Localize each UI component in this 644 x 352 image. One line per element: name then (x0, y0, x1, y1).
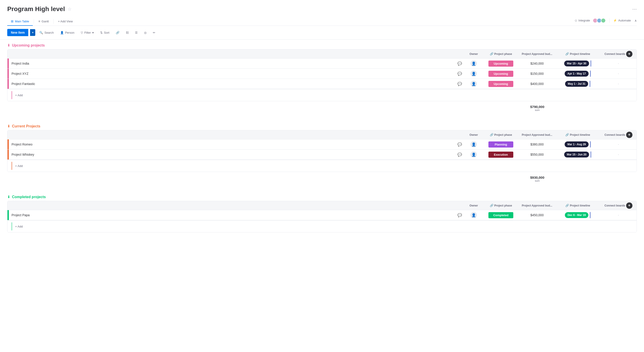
table-icon: ⊞ (11, 19, 14, 23)
comment-icon[interactable]: 💬 (458, 152, 462, 157)
col-header-budget: Project Approved bud... (519, 52, 555, 55)
timeline-badge: May 1 - Jul 31 (565, 81, 588, 87)
sort-icon: ⇅ (100, 31, 103, 34)
person-icon: 👤 (60, 31, 64, 34)
unlink-button[interactable]: ⛓ (124, 29, 131, 36)
col-header-timeline: 🔗 Project timeline (555, 52, 600, 55)
row-owner[interactable]: 👤 (465, 60, 483, 67)
group-header-completed: ⬇ Completed projects (7, 191, 637, 201)
list-button[interactable]: ☰ (133, 29, 140, 36)
col-header-timeline: 🔗 Project timeline (555, 204, 600, 207)
row-phase[interactable]: Completed (483, 211, 519, 219)
timeline-bar (590, 70, 591, 77)
sort-button[interactable]: ⇅ Sort (98, 29, 112, 36)
row-phase[interactable]: Upcoming (483, 70, 519, 78)
link-button[interactable]: 🔗 (114, 29, 122, 36)
row-budget: $400,000 (519, 82, 555, 86)
table-current: Owner 🔗 Project phase Project Approved b… (7, 130, 637, 172)
phase-badge: Upcoming (488, 81, 513, 87)
comment-icon[interactable]: 💬 (458, 72, 462, 76)
group-current: ⬇ Current Projects Owner 🔗 Project phase… (7, 120, 637, 186)
new-item-dropdown-button[interactable]: ▾ (30, 29, 35, 36)
col-header-budget: Project Approved bud... (519, 204, 555, 207)
sum-value-upcoming: $790,000 (523, 105, 552, 109)
phase-badge: Execution (488, 152, 513, 158)
automate-button[interactable]: ⚡ Automate (613, 19, 631, 22)
row-budget: $380,000 (519, 143, 555, 146)
tab-gantt-label: Gantt (42, 20, 49, 23)
row-owner[interactable]: 👤 (465, 151, 483, 158)
more-options-icon[interactable]: ⋯ (632, 6, 637, 12)
add-row-current[interactable]: + Add (8, 160, 636, 172)
collapse-current-icon[interactable]: ⬇ (7, 124, 10, 128)
row-name-project-papa: Project Papa 💬 (9, 213, 465, 217)
tab-divider (34, 19, 34, 24)
row-phase[interactable]: Upcoming (483, 80, 519, 88)
timeline-bar (590, 141, 591, 148)
row-timeline: Mar 15 - Apr 30 (555, 59, 600, 67)
comment-icon[interactable]: 💬 (458, 61, 462, 66)
phase-badge: Completed (488, 212, 513, 218)
comment-icon[interactable]: 💬 (458, 82, 462, 86)
row-owner[interactable]: 👤 (465, 81, 483, 87)
comment-icon[interactable]: 💬 (458, 142, 462, 147)
group-upcoming: ⬇ Upcoming projects Owner 🔗 Project phas… (7, 39, 637, 115)
tab-main-table[interactable]: ⊞ Main Table (7, 17, 33, 26)
row-phase[interactable]: Upcoming (483, 60, 519, 67)
col-header-timeline: 🔗 Project timeline (555, 133, 600, 136)
sum-label-upcoming: sum (523, 109, 552, 111)
row-owner[interactable]: 👤 (465, 212, 483, 218)
tab-divider-2 (53, 19, 54, 24)
timeline-link-icon: 🔗 (565, 133, 569, 136)
row-phase[interactable]: Execution (483, 151, 519, 159)
collapse-completed-icon[interactable]: ⬇ (7, 195, 10, 199)
row-owner[interactable]: 👤 (465, 141, 483, 148)
add-column-button[interactable]: + (626, 51, 632, 57)
avatar-placeholder: 👤 (470, 212, 477, 218)
row-timeline: Apr 1 - May 17 (555, 70, 600, 78)
row-connect: - (600, 153, 636, 156)
sum-row-current: $930,000 sum (7, 172, 637, 186)
col-header-owner: Owner (465, 52, 483, 55)
col-header-phase: 🔗 Project phase (483, 204, 519, 207)
row-name-project-romeo: Project Romeo 💬 (9, 142, 465, 147)
edit-button[interactable]: ✏ (150, 29, 158, 36)
row-timeline: Mar 15 - Jun 20 (555, 150, 600, 159)
row-phase[interactable]: Planning (483, 141, 519, 148)
group-title-upcoming[interactable]: Upcoming projects (12, 43, 45, 47)
star-icon[interactable]: ☆ (68, 6, 72, 12)
row-owner[interactable]: 👤 (465, 70, 483, 77)
collapse-icon[interactable]: ∧ (634, 19, 637, 22)
group-title-completed[interactable]: Completed projects (12, 195, 46, 199)
tab-gantt[interactable]: ≡ Gantt (35, 17, 52, 26)
sum-value-current: $930,000 (523, 176, 552, 179)
timeline-badge: Mar 15 - Apr 30 (564, 60, 589, 66)
add-column-button[interactable]: + (626, 202, 632, 209)
row-name-project-xyz: Project XYZ 💬 (9, 72, 465, 76)
page-title: Program High level (7, 5, 65, 13)
comment-icon[interactable]: 💬 (458, 213, 462, 217)
row-connect: - (600, 213, 636, 217)
new-item-button[interactable]: New Item (7, 29, 28, 36)
integrate-button[interactable]: ◇ Integrate (575, 19, 590, 22)
user-avatars (594, 18, 606, 23)
search-button[interactable]: 🔍 Search (37, 29, 56, 36)
add-view-tab[interactable]: + Add View (54, 17, 76, 25)
avatar-placeholder: 👤 (470, 81, 477, 87)
col-header-owner: Owner (465, 204, 483, 207)
timeline-bar (590, 212, 591, 218)
col-header-phase: 🔗 Project phase (483, 133, 519, 136)
group-title-current[interactable]: Current Projects (12, 124, 40, 128)
chart-button[interactable]: ◎ (142, 29, 149, 36)
link-icon: 🔗 (116, 31, 120, 34)
collapse-upcoming-icon[interactable]: ⬇ (7, 43, 10, 47)
col-header-owner: Owner (465, 133, 483, 136)
col-header-connect: Connect boards + (600, 132, 636, 138)
add-column-button[interactable]: + (626, 132, 632, 138)
filter-button[interactable]: ▽ Filter ▾ (78, 29, 96, 36)
add-row-completed[interactable]: + Add (8, 220, 636, 232)
avatar-placeholder: 👤 (470, 60, 477, 67)
row-connect: - (600, 72, 636, 75)
add-row-upcoming[interactable]: + Add (8, 89, 636, 101)
person-button[interactable]: 👤 Person (58, 29, 77, 36)
